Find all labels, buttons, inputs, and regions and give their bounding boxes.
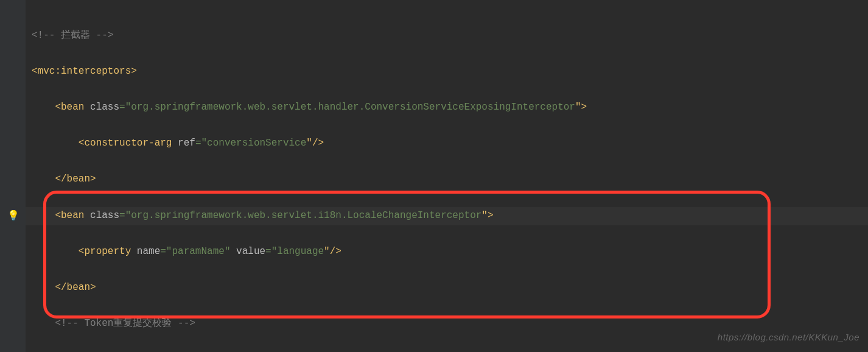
xml-attr: class (90, 210, 119, 221)
code-line[interactable]: <bean class="org.springframework.web.ser… (32, 207, 587, 225)
gutter (0, 0, 26, 352)
code-line[interactable]: </bean> (32, 171, 587, 189)
xml-tag: mvc:interceptors (38, 66, 131, 77)
xml-attr-value: language (277, 246, 324, 257)
xml-tag: bean (67, 174, 90, 185)
xml-attr-value: org.springframework.web.servlet.handler.… (131, 102, 575, 113)
watermark-text: https://blog.csdn.net/KKKun_Joe (718, 329, 859, 346)
xml-attr: name (137, 246, 160, 257)
xml-tag: bean (67, 282, 90, 293)
code-line[interactable]: <constructor-arg ref="conversionService"… (32, 135, 587, 153)
xml-attr-value: org.springframework.web.servlet.i18n.Loc… (131, 210, 481, 221)
xml-attr-value: paramName (172, 246, 224, 257)
code-line[interactable]: <property name="paramName" value="langua… (32, 243, 587, 261)
xml-attr-value: conversionService (207, 138, 306, 149)
code-line[interactable]: <mvc:interceptors> (32, 63, 587, 81)
xml-comment: <!-- 拦截器 --> (32, 30, 113, 41)
code-editor[interactable]: <!-- 拦截器 --> <mvc:interceptors> <bean cl… (32, 9, 587, 352)
xml-comment: <!-- Token重复提交校验 --> (32, 318, 195, 329)
code-line[interactable]: <bean class="org.springframework.web.ser… (32, 99, 587, 117)
xml-attr: ref (178, 138, 195, 149)
xml-attr: value (236, 246, 265, 257)
xml-tag: bean (61, 102, 84, 113)
code-line[interactable]: </bean> (32, 279, 587, 297)
xml-tag: bean (61, 210, 84, 221)
intention-bulb-icon[interactable]: 💡 (7, 208, 19, 226)
code-line[interactable]: <!-- Token重复提交校验 --> (32, 315, 587, 333)
xml-tag: constructor-arg (84, 138, 172, 149)
code-line[interactable]: <!-- 拦截器 --> (32, 27, 587, 45)
xml-tag: property (84, 246, 131, 257)
xml-attr: class (90, 102, 119, 113)
